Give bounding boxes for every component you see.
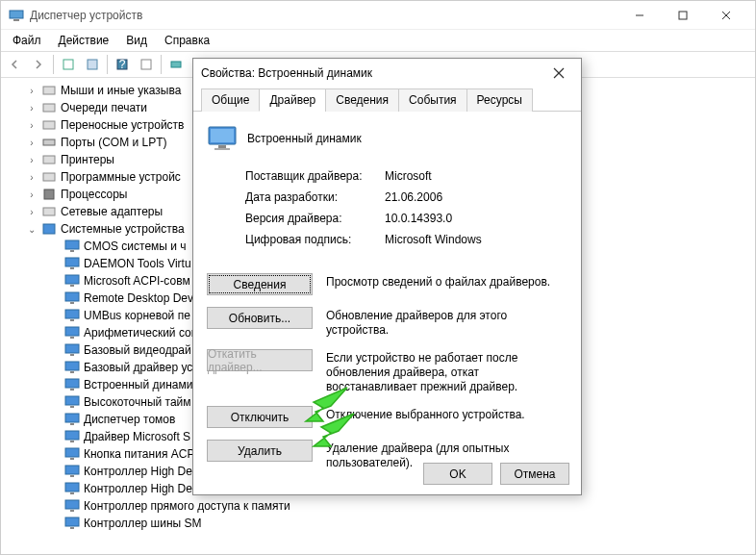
device-type-icon [41, 136, 57, 149]
tool-help[interactable]: ? [111, 53, 134, 76]
dialog-body: Встроенный динамик Поставщик драйвера:Mi… [193, 112, 581, 495]
tree-item[interactable]: Контроллер прямого доступа к памяти [3, 497, 753, 515]
svg-rect-39 [70, 371, 74, 373]
prop-label: Дата разработки: [245, 190, 385, 212]
tree-item-label: Процессоры [61, 188, 128, 201]
tree-item-label: Переносные устройств [61, 118, 185, 132]
action-button--[interactable]: Удалить [207, 440, 313, 462]
prop-value: Microsoft Windows [385, 233, 482, 254]
tool-forward[interactable] [27, 53, 50, 76]
tree-item-label: Драйвер Microsoft S [84, 430, 190, 443]
svg-rect-35 [70, 337, 74, 339]
maximize-button[interactable] [661, 2, 704, 29]
cancel-button[interactable]: Отмена [500, 463, 569, 485]
tree-item-label: CMOS системы и ч [84, 240, 187, 253]
prop-value: 10.0.14393.0 [385, 212, 452, 233]
device-type-icon [64, 447, 80, 461]
menu-action[interactable]: Действие [51, 32, 117, 49]
action-button--[interactable]: Сведения [207, 273, 313, 295]
prop-value: Microsoft [385, 169, 432, 190]
close-button[interactable] [704, 2, 747, 29]
tree-item-label: Кнопка питания ACP [84, 447, 194, 461]
tree-item-label: Контроллер прямого доступа к памяти [84, 499, 290, 513]
tool-refresh[interactable] [135, 53, 158, 76]
svg-rect-57 [70, 527, 74, 529]
expander-icon[interactable]: ⌄ [26, 224, 38, 235]
menu-view[interactable]: Вид [118, 32, 155, 49]
svg-rect-17 [43, 121, 55, 129]
expander-icon[interactable]: › [26, 155, 38, 165]
device-type-icon [64, 274, 80, 288]
tab-сведения[interactable]: Сведения [325, 88, 399, 112]
tree-item-label: Системные устройства [61, 222, 185, 236]
tool-properties[interactable] [81, 53, 104, 76]
tree-item-label: Мыши и иные указыва [61, 84, 181, 97]
tab-драйвер[interactable]: Драйвер [259, 88, 326, 112]
svg-rect-29 [70, 285, 74, 287]
action-button--[interactable]: Отключить [207, 406, 313, 428]
expander-icon[interactable]: › [26, 189, 38, 200]
expander-icon[interactable]: › [26, 138, 38, 148]
device-type-icon [64, 499, 80, 513]
tree-item-label: DAEMON Tools Virtu [84, 257, 191, 270]
tab-общие[interactable]: Общие [201, 88, 260, 112]
device-type-icon [41, 188, 57, 201]
action-description: Отключение выбранного устройства. [326, 406, 567, 422]
svg-rect-55 [70, 510, 74, 512]
tab-события[interactable]: События [398, 88, 467, 112]
device-type-icon [64, 257, 80, 270]
svg-rect-54 [65, 500, 79, 509]
svg-rect-42 [65, 396, 79, 405]
ok-button[interactable]: OK [423, 463, 492, 485]
dialog-titlebar: Свойства: Встроенный динамик [193, 59, 581, 88]
device-type-icon [41, 153, 57, 166]
device-type-icon [64, 309, 80, 322]
dialog-title: Свойства: Встроенный динамик [201, 66, 544, 80]
tool-back[interactable] [3, 53, 26, 76]
tab-ресурсы[interactable]: Ресурсы [466, 88, 533, 112]
tree-item-label: Базовый видеодрай [84, 343, 191, 357]
expander-icon[interactable]: › [26, 86, 38, 96]
svg-rect-25 [70, 250, 74, 252]
svg-rect-41 [70, 389, 74, 391]
minimize-button[interactable] [617, 2, 661, 29]
svg-rect-51 [70, 475, 74, 477]
svg-rect-36 [65, 344, 79, 353]
tree-item-label: Арифметический сог [84, 326, 195, 340]
app-icon [9, 8, 24, 23]
menu-help[interactable]: Справка [157, 32, 217, 49]
svg-rect-63 [214, 148, 230, 150]
svg-rect-43 [70, 406, 74, 408]
menubar: Файл Действие Вид Справка [1, 30, 755, 51]
dialog-close-button[interactable] [544, 60, 573, 87]
svg-rect-10 [141, 60, 151, 69]
expander-icon[interactable]: › [26, 103, 38, 114]
svg-rect-45 [70, 423, 74, 425]
device-type-icon [41, 205, 57, 218]
svg-rect-53 [70, 492, 74, 494]
expander-icon[interactable]: › [26, 172, 38, 183]
svg-rect-19 [43, 156, 55, 164]
svg-rect-49 [70, 458, 74, 460]
svg-rect-34 [65, 327, 79, 336]
svg-rect-56 [65, 517, 79, 526]
device-type-icon [41, 84, 57, 97]
menu-file[interactable]: Файл [5, 32, 49, 49]
tree-item-label: Контроллер High De [84, 465, 192, 478]
main-title: Диспетчер устройств [30, 9, 617, 22]
tree-item-label: Программные устройс [61, 170, 181, 184]
tool-scan[interactable] [164, 53, 188, 76]
svg-rect-37 [70, 354, 74, 356]
tree-item-label: Диспетчер томов [84, 413, 175, 426]
expander-icon[interactable]: › [26, 120, 38, 131]
device-type-icon [64, 482, 80, 495]
device-type-icon [64, 517, 80, 530]
action-button--[interactable]: Обновить... [207, 307, 313, 329]
svg-rect-31 [70, 302, 74, 304]
tree-item[interactable]: Контроллер шины SM [3, 515, 753, 532]
expander-icon[interactable]: › [26, 207, 38, 217]
device-type-icon [41, 118, 57, 132]
svg-rect-44 [65, 414, 79, 422]
svg-rect-61 [211, 129, 234, 142]
tool-show-hidden[interactable] [57, 53, 80, 76]
